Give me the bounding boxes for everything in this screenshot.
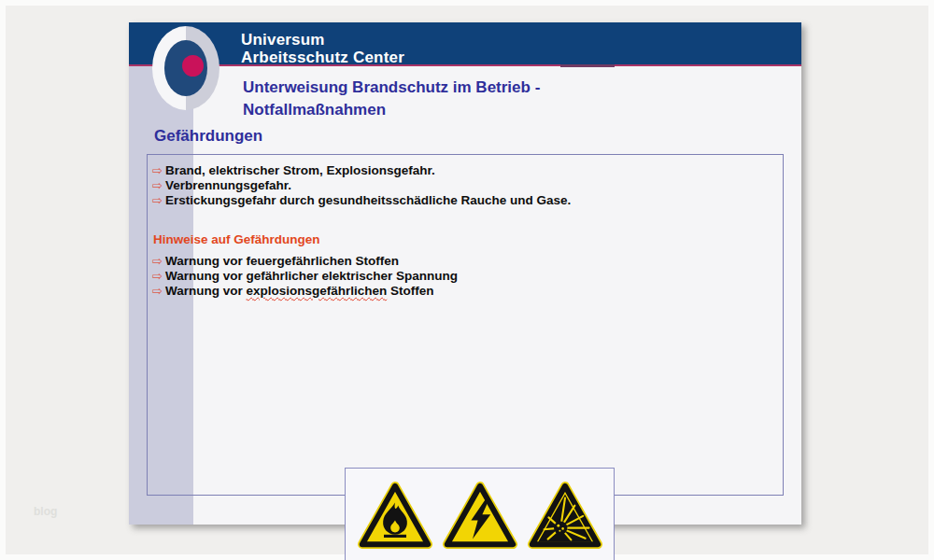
list-item: ⇨Warnung vor explosionsgefährlichen Stof… xyxy=(152,284,458,299)
accent-line-notch xyxy=(560,64,615,67)
hazard-text: Erstickungsgefahr durch gesundheitsschäd… xyxy=(165,193,571,207)
hint-text: Warnung vor explosionsgefährlichen Stoff… xyxy=(165,284,434,298)
warning-explosive-icon xyxy=(528,482,602,560)
brand-line2: Arbeitsschutz Center xyxy=(241,49,404,66)
brand-line1: Universum xyxy=(241,31,404,49)
arrow-bullet-icon: ⇨ xyxy=(152,284,165,299)
hint-text: Warnung vor gefährlicher elektrischer Sp… xyxy=(165,269,458,283)
warning-flammable-icon xyxy=(358,482,432,560)
header-band xyxy=(129,22,801,64)
list-item: ⇨Verbrennungsgefahr. xyxy=(152,178,571,193)
hint-text: Warnung vor feuergefährlichen Stoffen xyxy=(165,254,399,268)
hints-list: ⇨Warnung vor feuergefährlichen Stoffen ⇨… xyxy=(152,254,458,299)
watermark: blog xyxy=(34,505,57,518)
hints-heading: Hinweise auf Gefährdungen xyxy=(153,232,320,246)
arrow-bullet-icon: ⇨ xyxy=(152,269,165,284)
presentation-slide: Universum Arbeitsschutz Center Unterweis… xyxy=(129,22,801,525)
slide-title-line1: Unterweisung Brandschutz im Betrieb - xyxy=(243,77,540,99)
list-item: ⇨Warnung vor feuergefährlichen Stoffen xyxy=(152,254,458,269)
accent-line xyxy=(129,64,801,66)
slide-title-line2: Notfallmaßnahmen xyxy=(243,99,540,121)
warning-signs-box xyxy=(345,468,615,560)
list-item: ⇨Erstickungsgefahr durch gesundheitsschä… xyxy=(152,193,571,208)
arrow-bullet-icon: ⇨ xyxy=(152,254,165,269)
arrow-bullet-icon: ⇨ xyxy=(152,178,165,193)
logo-center-dot xyxy=(182,55,204,77)
brand-name: Universum Arbeitsschutz Center xyxy=(241,31,404,66)
slide-title: Unterweisung Brandschutz im Betrieb - No… xyxy=(243,77,540,121)
list-item: ⇨Brand, elektrischer Strom, Explosionsge… xyxy=(152,163,571,178)
hazard-text: Brand, elektrischer Strom, Explosionsgef… xyxy=(165,163,435,177)
screenshot-canvas: blog Universum Arbeitsschutz Center Unte… xyxy=(0,0,934,560)
section-heading: Gefährdungen xyxy=(154,127,262,146)
arrow-bullet-icon: ⇨ xyxy=(152,193,165,208)
hazard-list: ⇨Brand, elektrischer Strom, Explosionsge… xyxy=(152,163,571,208)
arrow-bullet-icon: ⇨ xyxy=(152,163,165,178)
list-item: ⇨Warnung vor gefährlicher elektrischer S… xyxy=(152,269,458,284)
warning-high-voltage-icon xyxy=(443,482,517,560)
hazard-text: Verbrennungsgefahr. xyxy=(165,178,291,192)
content-box: ⇨Brand, elektrischer Strom, Explosionsge… xyxy=(147,154,784,496)
target-rings-logo-icon xyxy=(152,26,219,110)
